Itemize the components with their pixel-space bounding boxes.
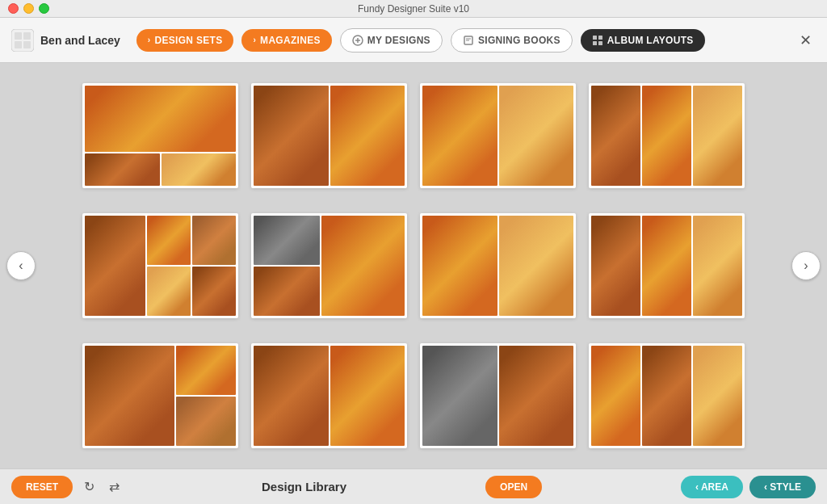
refresh-button[interactable]: ↻ (81, 476, 98, 498)
area-button[interactable]: ‹ AREA (681, 476, 743, 498)
main-content: ‹ (0, 63, 827, 468)
layout-card[interactable] (589, 343, 745, 448)
layout-card[interactable] (589, 83, 745, 188)
svg-rect-9 (593, 41, 597, 45)
design-sets-label: DESIGN SETS (154, 35, 222, 46)
my-designs-icon (352, 35, 363, 46)
my-designs-label: MY DESIGNS (367, 35, 430, 46)
traffic-lights (8, 3, 49, 14)
layout-card[interactable] (420, 343, 576, 448)
svg-rect-0 (11, 29, 34, 52)
magazines-button[interactable]: › MAGAZINES (241, 29, 331, 52)
layout-card[interactable] (420, 213, 576, 318)
layout-card[interactable] (420, 83, 576, 188)
signing-books-button[interactable]: SIGNING BOOKS (451, 28, 573, 52)
header: Ben and Lacey › DESIGN SETS › MAGAZINES … (0, 18, 827, 63)
svg-rect-3 (15, 41, 22, 48)
swap-arrows-button[interactable]: ⇄ (106, 476, 123, 498)
app-logo: Ben and Lacey (11, 29, 120, 52)
logo-icon (11, 29, 34, 52)
layout-card[interactable] (251, 213, 407, 318)
app-title: Fundy Designer Suite v10 (358, 3, 469, 15)
album-layouts-button[interactable]: ALBUM LAYOUTS (581, 29, 705, 52)
svg-rect-1 (15, 32, 22, 40)
reset-button[interactable]: RESET (11, 476, 73, 498)
album-layouts-label: ALBUM LAYOUTS (607, 35, 694, 46)
svg-rect-8 (598, 36, 602, 40)
magazines-label: MAGAZINES (260, 35, 321, 46)
layout-card[interactable] (82, 213, 238, 318)
area-label: AREA (701, 481, 728, 493)
prev-page-button[interactable]: ‹ (6, 251, 36, 280)
signing-books-icon (463, 35, 474, 46)
svg-rect-7 (593, 36, 597, 40)
svg-rect-10 (598, 41, 602, 45)
footer-library-title: Design Library (262, 480, 346, 494)
footer-right: ‹ AREA ‹ STYLE (681, 476, 816, 498)
titlebar: Fundy Designer Suite v10 (0, 0, 827, 18)
chevron-icon: › (253, 36, 256, 44)
chevron-left-icon: ‹ (695, 481, 701, 493)
layout-card[interactable] (251, 83, 407, 188)
style-label: STYLE (770, 481, 801, 493)
design-sets-button[interactable]: › DESIGN SETS (136, 29, 234, 52)
fullscreen-traffic-light[interactable] (39, 3, 49, 14)
footer: RESET ↻ ⇄ Design Library OPEN ‹ AREA ‹ S… (0, 468, 827, 504)
svg-rect-4 (23, 41, 31, 48)
my-designs-button[interactable]: MY DESIGNS (340, 28, 443, 52)
close-window-button[interactable]: ✕ (795, 30, 816, 51)
layout-grid (42, 63, 785, 468)
album-layouts-icon (592, 35, 603, 46)
chevron-icon: › (148, 36, 151, 44)
client-name: Ben and Lacey (40, 34, 120, 47)
layout-card[interactable] (82, 83, 238, 188)
layout-card[interactable] (589, 213, 745, 318)
style-button[interactable]: ‹ STYLE (749, 476, 816, 498)
next-page-button[interactable]: › (791, 251, 821, 280)
close-traffic-light[interactable] (8, 3, 19, 14)
signing-books-label: SIGNING BOOKS (478, 35, 560, 46)
svg-rect-2 (23, 32, 31, 40)
open-button[interactable]: OPEN (485, 476, 542, 498)
layout-card[interactable] (82, 343, 238, 448)
layout-card[interactable] (251, 343, 407, 448)
minimize-traffic-light[interactable] (23, 3, 34, 14)
